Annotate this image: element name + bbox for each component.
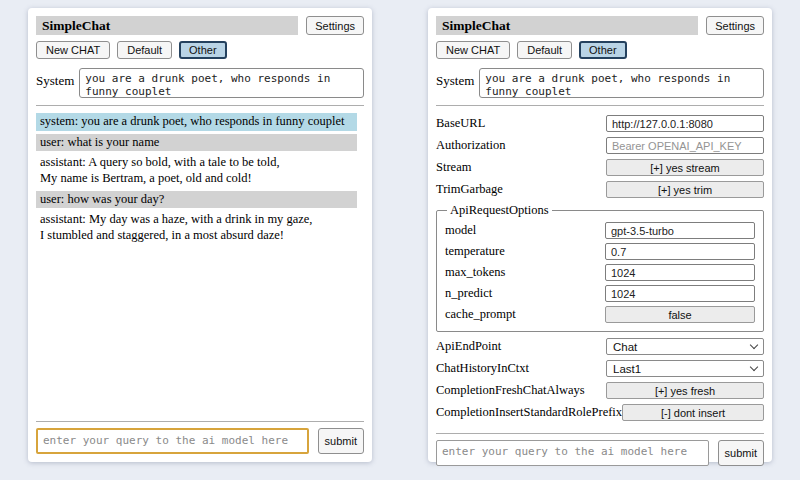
setting-label: max_tokens xyxy=(445,265,505,280)
system-label: System xyxy=(36,68,74,89)
setting-row-chat-history: ChatHistoryInCtxt Last1 xyxy=(436,360,764,377)
query-input[interactable] xyxy=(436,440,709,466)
stream-toggle-button[interactable]: [+] yes stream xyxy=(606,159,764,176)
session-toolbar: New CHAT Default Other xyxy=(436,41,764,59)
app-title: SimpleChat xyxy=(436,16,698,35)
setting-label: BaseURL xyxy=(436,116,485,131)
select-value: Last1 xyxy=(613,363,641,375)
app-title: SimpleChat xyxy=(36,16,298,35)
setting-row-model: model xyxy=(445,222,755,239)
setting-row-authorization: Authorization xyxy=(436,137,764,154)
chat-message-assistant: assistant: A query so bold, with a tale … xyxy=(36,154,357,187)
new-chat-button[interactable]: New CHAT xyxy=(36,41,110,59)
divider xyxy=(36,421,364,422)
setting-row-api-endpoint: ApiEndPoint Chat xyxy=(436,338,764,355)
session-other-button[interactable]: Other xyxy=(179,41,227,59)
submit-button[interactable]: submit xyxy=(718,440,764,466)
setting-row-trimgarbage: TrimGarbage [+] yes trim xyxy=(436,181,764,198)
setting-row-cache-prompt: cache_prompt false xyxy=(445,306,755,323)
query-row: submit xyxy=(36,428,364,454)
setting-label: CompletionInsertStandardRolePrefix xyxy=(436,405,622,420)
chat-log: system: you are a drunk poet, who respon… xyxy=(36,111,364,247)
spacer xyxy=(36,247,364,414)
setting-row-temperature: temperature xyxy=(445,243,755,260)
system-prompt-input[interactable]: you are a drunk poet, who responds in fu… xyxy=(79,68,364,98)
setting-label: n_predict xyxy=(445,286,492,301)
chat-history-in-ctxt-select[interactable]: Last1 xyxy=(606,360,764,377)
setting-label: CompletionFreshChatAlways xyxy=(436,383,585,398)
chat-message-user: user: what is your name xyxy=(36,134,357,152)
setting-row-baseurl: BaseURL xyxy=(436,115,764,132)
system-prompt-row: System you are a drunk poet, who respond… xyxy=(36,68,364,98)
settings-button[interactable]: Settings xyxy=(306,16,364,35)
chat-message-assistant: assistant: My day was a haze, with a dri… xyxy=(36,211,357,244)
system-label: System xyxy=(436,68,474,89)
system-prompt-row: System you are a drunk poet, who respond… xyxy=(436,68,764,98)
n-predict-input[interactable] xyxy=(605,285,755,302)
setting-row-n-predict: n_predict xyxy=(445,285,755,302)
trimgarbage-toggle-button[interactable]: [+] yes trim xyxy=(606,181,764,198)
session-default-button[interactable]: Default xyxy=(517,41,572,59)
chat-panel: SimpleChat Settings New CHAT Default Oth… xyxy=(28,8,372,462)
chevron-down-icon xyxy=(750,341,758,349)
stage: SimpleChat Settings New CHAT Default Oth… xyxy=(0,0,800,470)
session-default-button[interactable]: Default xyxy=(117,41,172,59)
baseurl-input[interactable] xyxy=(606,115,764,132)
header: SimpleChat Settings xyxy=(36,16,364,35)
setting-label: Authorization xyxy=(436,138,505,153)
settings-list: BaseURL Authorization Stream [+] yes str… xyxy=(436,110,764,426)
authorization-input[interactable] xyxy=(606,137,764,154)
setting-label: Stream xyxy=(436,160,471,175)
settings-panel: SimpleChat Settings New CHAT Default Oth… xyxy=(428,8,772,462)
setting-row-stream: Stream [+] yes stream xyxy=(436,159,764,176)
chevron-down-icon xyxy=(750,363,758,371)
setting-label: ChatHistoryInCtxt xyxy=(436,361,529,376)
system-prompt-input[interactable]: you are a drunk poet, who responds in fu… xyxy=(479,68,764,98)
model-input[interactable] xyxy=(605,222,755,239)
chat-message-user: user: how was your day? xyxy=(36,191,357,209)
session-toolbar: New CHAT Default Other xyxy=(36,41,364,59)
page: { "header": { "title": "SimpleChat", "se… xyxy=(0,0,800,480)
settings-button[interactable]: Settings xyxy=(706,16,764,35)
divider xyxy=(36,105,364,106)
setting-row-completion-fresh: CompletionFreshChatAlways [+] yes fresh xyxy=(436,382,764,399)
session-other-button[interactable]: Other xyxy=(579,41,627,59)
setting-label: ApiEndPoint xyxy=(436,339,501,354)
query-input[interactable] xyxy=(36,428,309,454)
select-value: Chat xyxy=(613,341,637,353)
completion-insert-role-prefix-toggle-button[interactable]: [-] dont insert xyxy=(622,404,764,421)
api-request-options-fieldset: ApiRequestOptions model temperature max_… xyxy=(436,203,764,332)
divider xyxy=(436,105,764,106)
setting-label: TrimGarbage xyxy=(436,182,503,197)
setting-row-max-tokens: max_tokens xyxy=(445,264,755,281)
setting-row-completion-insert-prefix: CompletionInsertStandardRolePrefix [-] d… xyxy=(436,404,764,421)
completion-fresh-chat-toggle-button[interactable]: [+] yes fresh xyxy=(606,382,764,399)
new-chat-button[interactable]: New CHAT xyxy=(436,41,510,59)
max-tokens-input[interactable] xyxy=(605,264,755,281)
divider xyxy=(436,433,764,434)
query-row: submit xyxy=(436,440,764,466)
setting-label: cache_prompt xyxy=(445,307,516,322)
setting-label: model xyxy=(445,223,476,238)
header: SimpleChat Settings xyxy=(436,16,764,35)
fieldset-legend: ApiRequestOptions xyxy=(447,203,552,218)
setting-label: temperature xyxy=(445,244,505,259)
cache-prompt-toggle-button[interactable]: false xyxy=(605,306,755,323)
temperature-input[interactable] xyxy=(605,243,755,260)
api-endpoint-select[interactable]: Chat xyxy=(606,338,764,355)
submit-button[interactable]: submit xyxy=(318,428,364,454)
chat-message-system: system: you are a drunk poet, who respon… xyxy=(36,113,357,131)
